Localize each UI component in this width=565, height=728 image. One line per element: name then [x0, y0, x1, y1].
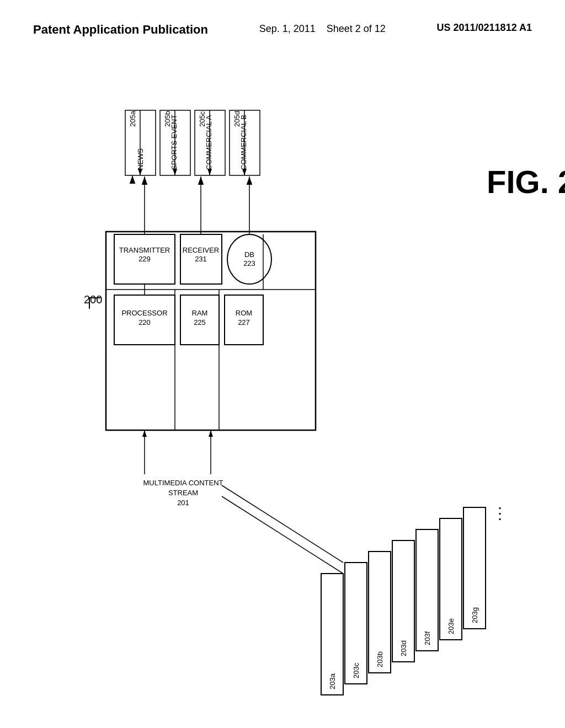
receiver-label: RECEIVER: [183, 246, 219, 254]
seg-203c: 203c: [352, 662, 360, 678]
svg-text:227: 227: [238, 318, 250, 326]
svg-text:223: 223: [243, 259, 255, 267]
svg-text:205a: 205a: [129, 110, 137, 127]
seg-203e: 203e: [447, 618, 455, 634]
svg-text:205d: 205d: [233, 111, 241, 127]
fig-label: FIG. 2: [487, 164, 565, 200]
page-header: Patent Application Publication Sep. 1, 2…: [0, 22, 565, 38]
svg-line-44: [222, 496, 343, 574]
svg-marker-38: [142, 430, 147, 437]
seg-203b: 203b: [376, 651, 384, 667]
rom-label: ROM: [236, 309, 252, 317]
publication-title: Patent Application Publication: [33, 22, 208, 38]
ellipsis: ⋮: [492, 505, 508, 522]
svg-text:201: 201: [177, 499, 189, 507]
svg-text:205c: 205c: [198, 111, 206, 127]
svg-marker-36: [242, 169, 247, 175]
processor-label: PROCESSOR: [121, 309, 167, 317]
ram-label: RAM: [192, 309, 208, 317]
svg-text:STREAM: STREAM: [168, 489, 198, 497]
multimedia-stream-label: MULTIMEDIA CONTENT: [143, 479, 223, 487]
seg-203a: 203a: [328, 673, 337, 689]
diagram-number: 200: [84, 293, 102, 306]
seg-203f: 203f: [423, 631, 431, 645]
svg-text:231: 231: [195, 255, 207, 263]
date-sheet: Sep. 1, 2011 Sheet 2 of 12: [259, 22, 386, 36]
svg-marker-32: [173, 169, 177, 175]
patent-diagram: FIG. 2 200 PROCESSOR 220 RAM 225 ROM 227…: [0, 66, 565, 717]
svg-text:229: 229: [138, 255, 151, 263]
svg-rect-0: [106, 232, 316, 430]
svg-marker-40: [209, 430, 213, 437]
patent-number: US 2011/0211812 A1: [437, 22, 532, 34]
svg-marker-30: [138, 169, 142, 175]
db-label: DB: [244, 250, 254, 259]
svg-text:205b: 205b: [163, 111, 172, 127]
transmitter-label: TRANSMITTER: [119, 246, 170, 254]
svg-marker-34: [207, 169, 212, 175]
seg-203d: 203d: [399, 640, 408, 656]
svg-text:225: 225: [194, 318, 206, 326]
svg-line-43: [222, 485, 343, 563]
seg-203g: 203g: [471, 607, 479, 623]
svg-text:220: 220: [138, 318, 151, 326]
